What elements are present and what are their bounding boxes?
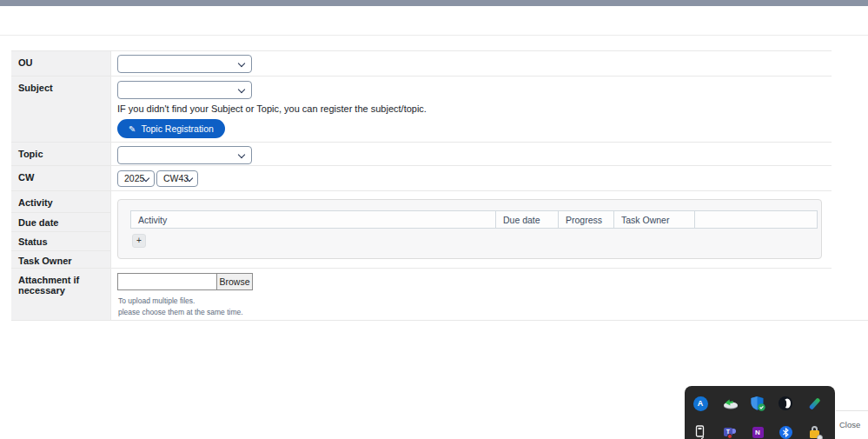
- a-app-icon[interactable]: A: [690, 393, 711, 414]
- column-header-actions: [694, 210, 818, 229]
- header-divider: [0, 35, 868, 36]
- form-row-subject: Subject IF you didn't find your Subject …: [11, 76, 832, 143]
- task-form: OU Subject IF you didn't find your Subje…: [11, 50, 832, 320]
- form-bottom-border: [11, 320, 868, 321]
- close-area-divider: [836, 410, 868, 411]
- eject-device-icon[interactable]: [719, 393, 740, 414]
- teams-busy-dot: [727, 434, 732, 439]
- label-separator: [11, 212, 111, 213]
- topic-registration-button[interactable]: ✎ Topic Registration: [117, 119, 225, 138]
- onenote-icon[interactable]: N: [747, 422, 768, 439]
- task-owner-label: Task Owner: [18, 256, 109, 266]
- form-row-topic: Topic: [11, 143, 832, 166]
- subject-label: Subject: [11, 76, 111, 142]
- attachment-label: Attachment if necessary: [11, 269, 111, 320]
- form-row-attachment: Attachment if necessary Browse To upload…: [11, 269, 832, 321]
- label-separator: [11, 231, 111, 232]
- ou-label: OU: [11, 51, 111, 76]
- dark-round-app-icon[interactable]: [775, 393, 796, 414]
- activity-table-header: Activity Due date Progress Task Owner: [130, 210, 818, 229]
- a-app-glyph: A: [698, 399, 704, 408]
- form-row-activity-group: Activity Due date Status Task Owner Acti…: [11, 191, 832, 269]
- cw-year-select[interactable]: 2025: [117, 170, 155, 187]
- system-tray-flyout: A: [685, 386, 835, 439]
- microsoft-teams-icon[interactable]: T: [719, 422, 740, 439]
- status-label: Status: [18, 236, 109, 247]
- activity-table-panel: Activity Due date Progress Task Owner +: [117, 199, 822, 259]
- chevron-down-icon: [238, 151, 245, 158]
- topic-select[interactable]: [117, 146, 252, 164]
- chevron-down-icon: [238, 86, 245, 93]
- subject-select[interactable]: [117, 81, 252, 99]
- window-top-bar: [0, 0, 868, 6]
- topic-registration-label: Topic Registration: [141, 123, 213, 134]
- add-activity-row-button[interactable]: +: [132, 234, 146, 248]
- column-header-task-owner: Task Owner: [613, 210, 694, 229]
- onenote-glyph: N: [755, 429, 760, 436]
- secure-lock-icon[interactable]: [804, 422, 825, 439]
- browse-button[interactable]: Browse: [216, 273, 253, 290]
- activity-group-labels: Activity Due date Status Task Owner: [11, 191, 111, 268]
- topic-label: Topic: [11, 143, 111, 165]
- subject-hint-text: IF you didn't find your Subject or Topic…: [117, 103, 427, 114]
- due-date-label: Due date: [18, 217, 109, 228]
- column-header-due-date: Due date: [495, 210, 558, 229]
- activity-label: Activity: [18, 197, 109, 208]
- diagonal-slash-app-icon[interactable]: [804, 393, 825, 414]
- upload-hint-line1: To upload multiple files.: [118, 296, 195, 305]
- cw-label: CW: [11, 166, 111, 190]
- screen: OU Subject IF you didn't find your Subje…: [0, 0, 868, 439]
- cw-week-select[interactable]: CW43: [156, 170, 198, 187]
- chevron-down-icon: [238, 60, 245, 67]
- form-row-cw: CW 2025 CW43: [11, 166, 832, 191]
- upload-hint-line2: please choose them at the same time.: [118, 308, 243, 316]
- usb-device-icon[interactable]: [690, 422, 711, 439]
- windows-security-icon[interactable]: [747, 393, 768, 414]
- bluetooth-icon[interactable]: [775, 422, 796, 439]
- column-header-progress: Progress: [558, 210, 613, 229]
- close-button[interactable]: Close: [839, 420, 860, 429]
- label-separator: [11, 250, 111, 251]
- column-header-activity: Activity: [130, 210, 495, 229]
- attachment-file-input[interactable]: [117, 273, 216, 290]
- pencil-icon: ✎: [129, 124, 136, 134]
- form-row-ou: OU: [11, 51, 832, 76]
- ou-select[interactable]: [117, 55, 252, 73]
